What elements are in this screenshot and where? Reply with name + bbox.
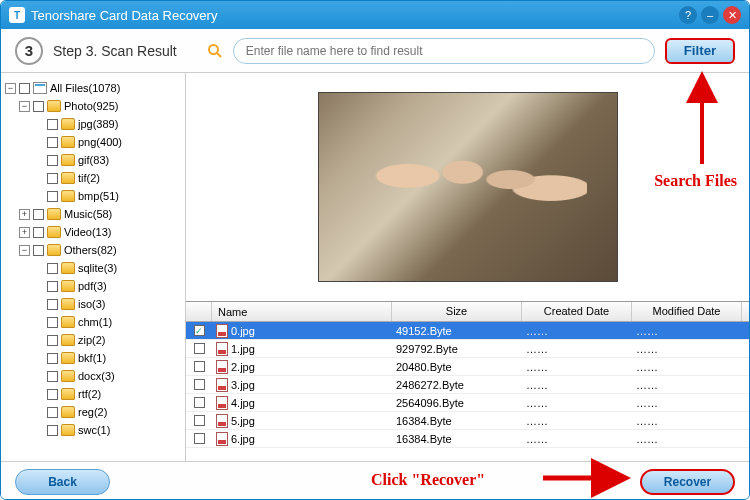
back-button[interactable]: Back [15, 469, 110, 495]
tree-node[interactable]: sqlite(3) [5, 259, 181, 277]
tree-node[interactable]: reg(2) [5, 403, 181, 421]
expand-toggle[interactable]: − [19, 101, 30, 112]
table-row[interactable]: 4.jpg2564096.Byte………… [186, 394, 749, 412]
file-icon [216, 414, 228, 428]
tree-checkbox[interactable] [47, 371, 58, 382]
folder-icon [61, 280, 75, 292]
tree-checkbox[interactable] [47, 155, 58, 166]
tree-checkbox[interactable] [47, 173, 58, 184]
tree-label: jpg(389) [78, 118, 118, 130]
recover-button[interactable]: Recover [640, 469, 735, 495]
row-checkbox[interactable] [194, 379, 205, 390]
tree-node[interactable]: −Photo(925) [5, 97, 181, 115]
tree-node[interactable]: tif(2) [5, 169, 181, 187]
table-row[interactable]: 6.jpg16384.Byte………… [186, 430, 749, 448]
tree-checkbox[interactable] [47, 389, 58, 400]
file-tree[interactable]: −All Files(1078)−Photo(925)jpg(389)png(4… [1, 73, 186, 461]
table-row[interactable]: 2.jpg20480.Byte………… [186, 358, 749, 376]
preview-image [318, 92, 618, 282]
tree-node[interactable]: pdf(3) [5, 277, 181, 295]
column-header[interactable]: Created Date [522, 302, 632, 321]
tree-checkbox[interactable] [47, 353, 58, 364]
folder-icon [61, 298, 75, 310]
tree-label: rtf(2) [78, 388, 101, 400]
tree-checkbox[interactable] [33, 245, 44, 256]
expand-toggle [33, 119, 44, 130]
tree-node[interactable]: bkf(1) [5, 349, 181, 367]
tree-node[interactable]: +Video(13) [5, 223, 181, 241]
expand-toggle [33, 191, 44, 202]
column-header[interactable]: Modified Date [632, 302, 742, 321]
tree-node[interactable]: +Music(58) [5, 205, 181, 223]
expand-toggle [33, 335, 44, 346]
tree-node[interactable]: png(400) [5, 133, 181, 151]
tree-checkbox[interactable] [33, 227, 44, 238]
tree-checkbox[interactable] [47, 137, 58, 148]
expand-toggle[interactable]: − [19, 245, 30, 256]
step-bar: 3 Step 3. Scan Result Filter [1, 29, 749, 73]
tree-node[interactable]: iso(3) [5, 295, 181, 313]
tree-root[interactable]: −All Files(1078) [5, 79, 181, 97]
tree-node[interactable]: docx(3) [5, 367, 181, 385]
folder-icon [61, 316, 75, 328]
tree-checkbox[interactable] [47, 299, 58, 310]
titlebar: T Tenorshare Card Data Recovery ? – ✕ [1, 1, 749, 29]
row-checkbox[interactable] [194, 397, 205, 408]
expand-toggle[interactable]: − [5, 83, 16, 94]
svg-line-1 [217, 53, 221, 57]
tree-node[interactable]: gif(83) [5, 151, 181, 169]
filter-button[interactable]: Filter [665, 38, 735, 64]
tree-checkbox[interactable] [47, 407, 58, 418]
row-checkbox[interactable] [194, 433, 205, 444]
minimize-button[interactable]: – [701, 6, 719, 24]
row-checkbox[interactable] [194, 415, 205, 426]
folder-icon [61, 118, 75, 130]
tree-node[interactable]: −Others(82) [5, 241, 181, 259]
tree-checkbox[interactable] [47, 263, 58, 274]
column-header[interactable]: Name [212, 302, 392, 321]
tree-checkbox[interactable] [47, 281, 58, 292]
tree-label: bkf(1) [78, 352, 106, 364]
tree-checkbox[interactable] [47, 119, 58, 130]
expand-toggle[interactable]: + [19, 227, 30, 238]
file-icon [216, 378, 228, 392]
expand-toggle [33, 137, 44, 148]
tree-node[interactable]: jpg(389) [5, 115, 181, 133]
folder-icon [61, 424, 75, 436]
app-title: Tenorshare Card Data Recovery [31, 8, 675, 23]
row-checkbox[interactable] [194, 361, 205, 372]
column-header[interactable]: Size [392, 302, 522, 321]
table-row[interactable]: 5.jpg16384.Byte………… [186, 412, 749, 430]
tree-checkbox[interactable] [33, 209, 44, 220]
search-input[interactable] [233, 38, 655, 64]
tree-node[interactable]: rtf(2) [5, 385, 181, 403]
tree-node[interactable]: swc(1) [5, 421, 181, 439]
search-icon [207, 43, 223, 59]
tree-label: bmp(51) [78, 190, 119, 202]
cell-modified: …… [632, 325, 742, 337]
tree-label: tif(2) [78, 172, 100, 184]
tree-label: docx(3) [78, 370, 115, 382]
tree-node[interactable]: chm(1) [5, 313, 181, 331]
file-grid[interactable]: NameSizeCreated DateModified Date ✓0.jpg… [186, 301, 749, 461]
expand-toggle[interactable]: + [19, 209, 30, 220]
help-button[interactable]: ? [679, 6, 697, 24]
file-icon [216, 432, 228, 446]
table-row[interactable]: 1.jpg929792.Byte………… [186, 340, 749, 358]
table-row[interactable]: 3.jpg2486272.Byte………… [186, 376, 749, 394]
tree-checkbox[interactable] [47, 317, 58, 328]
column-header[interactable] [186, 302, 212, 321]
tree-checkbox[interactable] [47, 335, 58, 346]
tree-checkbox[interactable] [19, 83, 30, 94]
svg-point-0 [209, 45, 218, 54]
row-checkbox[interactable]: ✓ [194, 325, 205, 336]
tree-node[interactable]: zip(2) [5, 331, 181, 349]
tree-checkbox[interactable] [47, 425, 58, 436]
tree-node[interactable]: bmp(51) [5, 187, 181, 205]
row-checkbox[interactable] [194, 343, 205, 354]
tree-checkbox[interactable] [33, 101, 44, 112]
close-button[interactable]: ✕ [723, 6, 741, 24]
tree-label: zip(2) [78, 334, 106, 346]
table-row[interactable]: ✓0.jpg49152.Byte………… [186, 322, 749, 340]
tree-checkbox[interactable] [47, 191, 58, 202]
